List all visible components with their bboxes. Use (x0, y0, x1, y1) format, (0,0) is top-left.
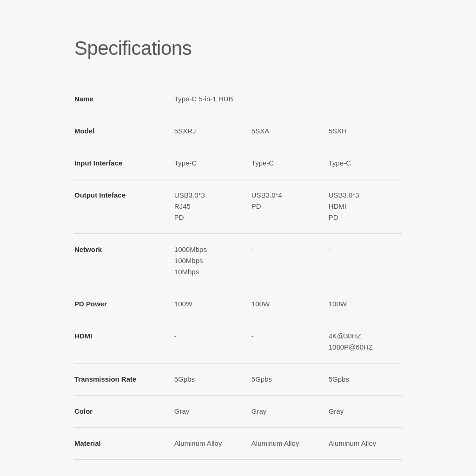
row-value-col1: Gray (170, 396, 247, 428)
row-value-col1: 5Gpbs (170, 364, 247, 396)
row-value-col3: 5SXH (324, 115, 402, 147)
row-value-col2: - (247, 234, 324, 288)
row-value-col3: USB3.0*3HDMIPD (324, 179, 402, 234)
row-value-col2: 100W (247, 288, 324, 320)
row-value-col1: - (170, 320, 247, 364)
row-label: Network (74, 234, 170, 288)
table-row: Output IntefaceUSB3.0*3RJ45PDUSB3.0*4PDU… (74, 179, 402, 234)
row-value-col3: 4K@30HZ1080P@60HZ (324, 320, 402, 364)
row-value-col3: 5Gpbs (324, 364, 402, 396)
row-value-col2: 5SXA (247, 115, 324, 147)
row-label: Transmission Rate (74, 364, 170, 396)
row-label: HDMI (74, 320, 170, 364)
row-value-col3: Type-C (324, 147, 402, 179)
row-value-col3: 100W (324, 288, 402, 320)
table-row: Network1000Mbps100Mbps10Mbps-- (74, 234, 402, 288)
row-value-col2: USB3.0*4PD (247, 179, 324, 234)
row-value-col2: Aluminum Alloy (247, 428, 324, 460)
row-value-col2: - (247, 320, 324, 364)
spec-table: NameType-C 5-in-1 HUBModel5SXRJ5SXA5SXHI… (74, 83, 402, 460)
table-row: MaterialAluminum AlloyAluminum AlloyAlum… (74, 428, 402, 460)
row-label: Material (74, 428, 170, 460)
row-value-col2: 5Gpbs (247, 364, 324, 396)
row-value-col1: Type-C 5-in-1 HUB (170, 83, 402, 115)
row-value-col1: USB3.0*3RJ45PD (170, 179, 247, 234)
table-row: Input InterfaceType-CType-CType-C (74, 147, 402, 179)
table-row: Model5SXRJ5SXA5SXH (74, 115, 402, 147)
table-row: ColorGrayGrayGray (74, 396, 402, 428)
row-value-col2: Gray (247, 396, 324, 428)
row-label: Output Inteface (74, 179, 170, 234)
table-row: Transmission Rate5Gpbs5Gpbs5Gpbs (74, 364, 402, 396)
row-label: Input Interface (74, 147, 170, 179)
row-value-col1: Aluminum Alloy (170, 428, 247, 460)
row-label: Name (74, 83, 170, 115)
row-value-col3: - (324, 234, 402, 288)
page-container: Specifications NameType-C 5-in-1 HUBMode… (0, 0, 476, 476)
row-value-col3: Gray (324, 396, 402, 428)
row-value-col2: Type-C (247, 147, 324, 179)
table-row: NameType-C 5-in-1 HUB (74, 83, 402, 115)
page-title: Specifications (74, 37, 402, 60)
row-label: Color (74, 396, 170, 428)
row-label: Model (74, 115, 170, 147)
table-row: HDMI--4K@30HZ1080P@60HZ (74, 320, 402, 364)
row-value-col1: 100W (170, 288, 247, 320)
table-row: PD Power100W100W100W (74, 288, 402, 320)
row-value-col1: 1000Mbps100Mbps10Mbps (170, 234, 247, 288)
row-value-col3: Aluminum Alloy (324, 428, 402, 460)
row-value-col1: Type-C (170, 147, 247, 179)
row-value-col1: 5SXRJ (170, 115, 247, 147)
row-label: PD Power (74, 288, 170, 320)
